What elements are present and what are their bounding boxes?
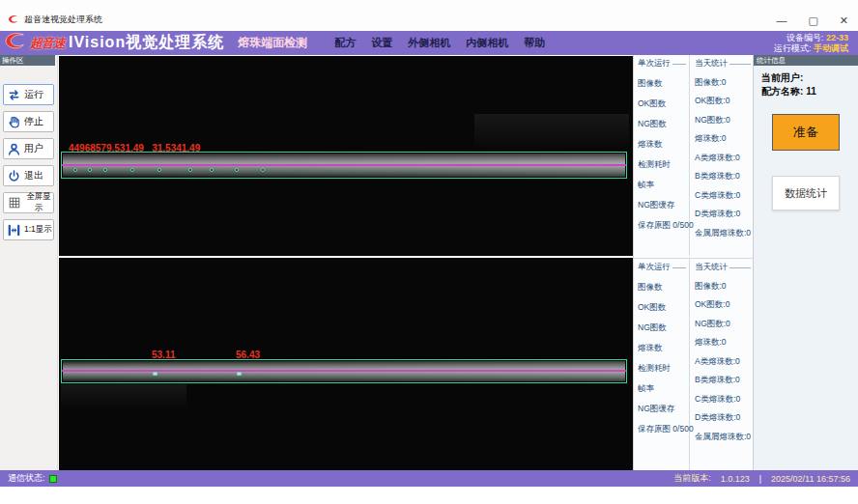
window-titlebar: 超音速视觉处理系统 — ▢ ✕ bbox=[0, 0, 858, 31]
stat-row: OK图数:0 bbox=[695, 299, 751, 311]
scan-line bbox=[62, 370, 626, 372]
close-button[interactable]: ✕ bbox=[840, 15, 848, 26]
status-bar: 通信状态: 当前版本: 1.0.123 | 2025/02/11 16:57:5… bbox=[0, 470, 858, 487]
stat-row: A类熔珠数:0 bbox=[695, 356, 751, 368]
exit-button[interactable]: 退出 bbox=[3, 165, 54, 186]
recipe-name-row: 配方名称: 11 bbox=[761, 85, 858, 98]
menu-item[interactable]: 帮助 bbox=[524, 36, 545, 50]
stat-row: 帧率 bbox=[638, 383, 686, 395]
stat-row: OK图数 bbox=[638, 302, 686, 314]
bead-marker bbox=[157, 168, 161, 172]
stat-row: 图像数:0 bbox=[695, 281, 751, 293]
bead-marker bbox=[188, 168, 192, 172]
brand-name: 超音速 bbox=[30, 35, 65, 52]
stat-row: D类熔珠数:0 bbox=[695, 209, 751, 220]
run-cycle-icon bbox=[7, 88, 21, 102]
stop-button[interactable]: 停止 bbox=[3, 111, 54, 132]
stat-row: A类熔珠数:0 bbox=[695, 153, 751, 164]
version-label: 当前版本: bbox=[673, 472, 711, 485]
stat-row: D类熔珠数:0 bbox=[695, 412, 751, 424]
minimize-button[interactable]: — bbox=[776, 15, 786, 26]
scan-line bbox=[62, 164, 626, 166]
statistics-area: 单次运行 图像数OK图数NG图数熔珠数检测耗时帧率NG图缓存保存原图 0/500… bbox=[633, 55, 752, 470]
fullscreen-button[interactable]: 全屏显示 bbox=[3, 192, 54, 213]
app-subtitle: 熔珠端面检测 bbox=[238, 35, 307, 51]
stat-row: 熔珠数:0 bbox=[695, 337, 751, 349]
menu-item[interactable]: 设置 bbox=[371, 36, 392, 50]
power-icon bbox=[7, 169, 21, 183]
data-statistics-button[interactable]: 数据统计 bbox=[772, 176, 840, 210]
today-stats-header: 当天统计 bbox=[695, 262, 751, 273]
reflection-band bbox=[474, 114, 629, 151]
current-user-row: 当前用户: bbox=[761, 71, 858, 85]
device-info: 设备编号: 22-33 运行模式: 手动调试 bbox=[774, 33, 858, 54]
user-icon bbox=[7, 142, 21, 156]
stat-row: 金属屑熔珠数:0 bbox=[695, 228, 751, 239]
version-value: 1.0.123 bbox=[721, 474, 750, 484]
stat-row: 检测耗时 bbox=[638, 363, 686, 375]
detection-frame bbox=[61, 152, 627, 179]
stat-row: OK图数:0 bbox=[695, 96, 751, 107]
bead-marker bbox=[103, 168, 107, 172]
comm-status-label: 通信状态: bbox=[8, 472, 45, 485]
single-run-header: 单次运行 bbox=[638, 262, 686, 273]
stat-row: NG图数 bbox=[638, 119, 686, 130]
menu-item[interactable]: 外侧相机 bbox=[408, 36, 450, 50]
stat-row: 帧率 bbox=[638, 180, 686, 191]
outer-camera-view[interactable]: 44968579.531.49 31.5341.49 bbox=[59, 56, 633, 256]
app-logo-icon bbox=[8, 11, 19, 28]
datetime-value: 2025/02/11 16:57:56 bbox=[771, 474, 850, 484]
stat-row: 保存原图 0/500 bbox=[638, 220, 686, 232]
run-button-label: 运行 bbox=[24, 88, 43, 101]
stats-panel-inner: 单次运行 图像数OK图数NG图数熔珠数检测耗时帧率NG图缓存保存原图 0/500… bbox=[634, 258, 753, 470]
user-button-label: 用户 bbox=[24, 142, 43, 155]
one-to-one-button[interactable]: 1:1显示 bbox=[3, 219, 54, 240]
exit-button-label: 退出 bbox=[24, 169, 43, 182]
stat-row: 熔珠数:0 bbox=[695, 133, 751, 145]
stat-row: 检测耗时 bbox=[638, 159, 686, 171]
stat-row: NG图数:0 bbox=[695, 115, 751, 126]
bead-marker bbox=[73, 168, 77, 172]
reflection-band bbox=[61, 384, 186, 409]
menu-item[interactable]: 内侧相机 bbox=[466, 36, 508, 50]
stat-row: 熔珠数 bbox=[638, 343, 686, 354]
separator: | bbox=[759, 474, 761, 484]
current-user-label: 当前用户: bbox=[761, 72, 803, 83]
stat-row: C类熔珠数:0 bbox=[695, 394, 751, 406]
stat-row: B类熔珠数:0 bbox=[695, 375, 751, 386]
stat-row: 保存原图 0/500 bbox=[638, 424, 686, 435]
stat-row: NG图数:0 bbox=[695, 319, 751, 330]
app-window: 超音速视觉处理系统 — ▢ ✕ 超音速 IVision视觉处理系统 熔珠端面检测… bbox=[0, 0, 858, 504]
ready-button[interactable]: 准备 bbox=[772, 114, 840, 151]
bead-marker bbox=[88, 168, 92, 172]
menu-item[interactable]: 配方 bbox=[334, 36, 356, 50]
run-mode-label: 运行模式: bbox=[774, 43, 812, 53]
device-id-value: 22-33 bbox=[826, 33, 848, 42]
single-run-header: 单次运行 bbox=[638, 58, 686, 70]
stat-row: 金属屑熔珠数:0 bbox=[695, 432, 751, 443]
run-button[interactable]: 运行 bbox=[3, 84, 54, 105]
today-stats-header: 当天统计 bbox=[695, 58, 751, 70]
maximize-button[interactable]: ▢ bbox=[808, 15, 817, 26]
run-mode-value: 手动调试 bbox=[814, 43, 848, 53]
bead-marker bbox=[235, 168, 239, 172]
bead-marker bbox=[153, 372, 157, 376]
camera-viewport-area: 44968579.531.49 31.5341.49 bbox=[59, 55, 633, 470]
device-id-label: 设备编号: bbox=[786, 33, 824, 42]
app-title: IVision视觉处理系统 bbox=[69, 33, 224, 53]
recipe-name-label: 配方名称: bbox=[761, 86, 803, 97]
stat-row: OK图数 bbox=[638, 98, 686, 110]
info-panel: 统计信息 当前用户: 配方名称: 11 准备 数据统计 bbox=[753, 55, 858, 470]
info-panel-header: 统计信息 bbox=[754, 55, 858, 66]
app-header: 超音速 IVision视觉处理系统 熔珠端面检测 配方设置外侧相机内侧相机帮助 … bbox=[0, 31, 858, 55]
bead-marker bbox=[130, 168, 134, 172]
menu-bar: 配方设置外侧相机内侧相机帮助 bbox=[334, 36, 545, 50]
user-button[interactable]: 用户 bbox=[3, 138, 54, 159]
bead-marker bbox=[237, 372, 242, 376]
detection-frame bbox=[61, 359, 627, 383]
sidebar-header: 操作区 bbox=[0, 55, 55, 66]
stat-row: 熔珠数 bbox=[638, 139, 686, 151]
comm-status-indicator bbox=[49, 475, 57, 483]
inner-camera-view[interactable]: 53.11 56.43 bbox=[59, 258, 633, 470]
stop-button-label: 停止 bbox=[24, 115, 43, 128]
